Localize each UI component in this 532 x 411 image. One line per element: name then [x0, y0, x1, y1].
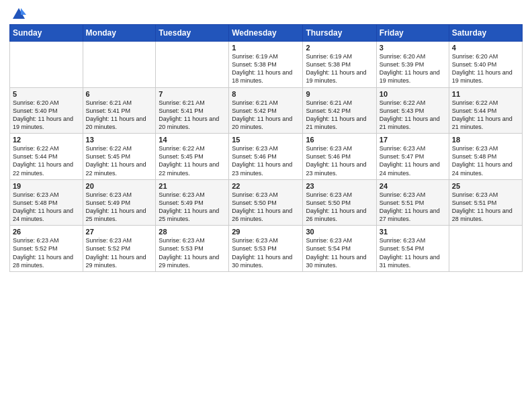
day-number: 20 — [86, 182, 153, 190]
day-info: Sunrise: 6:23 AM Sunset: 5:51 PM Dayligh… — [380, 191, 446, 224]
page: SundayMondayTuesdayWednesdayThursdayFrid… — [0, 0, 532, 411]
day-number: 5 — [13, 90, 80, 98]
calendar-cell — [83, 42, 156, 88]
calendar-cell: 26Sunrise: 6:23 AM Sunset: 5:52 PM Dayli… — [10, 226, 83, 272]
day-number: 30 — [306, 228, 373, 236]
day-info: Sunrise: 6:23 AM Sunset: 5:54 PM Dayligh… — [306, 236, 373, 269]
day-number: 11 — [452, 90, 519, 98]
day-number: 23 — [306, 182, 373, 190]
calendar-cell: 27Sunrise: 6:23 AM Sunset: 5:52 PM Dayli… — [83, 226, 156, 272]
calendar-cell — [10, 42, 83, 88]
day-info: Sunrise: 6:22 AM Sunset: 5:43 PM Dayligh… — [380, 99, 446, 132]
calendar-cell: 2Sunrise: 6:19 AM Sunset: 5:38 PM Daylig… — [303, 42, 376, 88]
day-number: 21 — [159, 182, 226, 190]
day-number: 16 — [306, 136, 373, 144]
calendar-cell: 17Sunrise: 6:23 AM Sunset: 5:47 PM Dayli… — [376, 134, 449, 180]
day-number: 26 — [13, 228, 80, 236]
calendar-cell — [449, 226, 522, 272]
calendar-cell: 13Sunrise: 6:22 AM Sunset: 5:45 PM Dayli… — [83, 134, 156, 180]
day-number: 29 — [232, 228, 300, 236]
day-number: 28 — [159, 228, 226, 236]
day-info: Sunrise: 6:22 AM Sunset: 5:44 PM Dayligh… — [13, 144, 80, 177]
day-number: 24 — [380, 182, 446, 190]
day-number: 3 — [380, 44, 446, 52]
day-number: 4 — [452, 44, 519, 52]
svg-marker-1 — [21, 8, 26, 15]
day-number: 14 — [159, 136, 226, 144]
weekday-header-thursday: Thursday — [303, 25, 376, 42]
day-info: Sunrise: 6:21 AM Sunset: 5:41 PM Dayligh… — [86, 99, 153, 132]
day-number: 19 — [13, 182, 80, 190]
day-info: Sunrise: 6:23 AM Sunset: 5:54 PM Dayligh… — [380, 236, 446, 269]
calendar-cell: 29Sunrise: 6:23 AM Sunset: 5:53 PM Dayli… — [229, 226, 303, 272]
calendar-cell: 11Sunrise: 6:22 AM Sunset: 5:44 PM Dayli… — [449, 87, 522, 134]
calendar-cell: 3Sunrise: 6:20 AM Sunset: 5:39 PM Daylig… — [376, 42, 449, 88]
logo-icon — [11, 7, 26, 21]
week-row-3: 19Sunrise: 6:23 AM Sunset: 5:48 PM Dayli… — [10, 179, 523, 226]
weekday-header-tuesday: Tuesday — [156, 25, 229, 42]
header — [9, 7, 523, 20]
day-number: 15 — [232, 136, 300, 144]
calendar-cell: 5Sunrise: 6:20 AM Sunset: 5:40 PM Daylig… — [10, 87, 83, 134]
day-info: Sunrise: 6:20 AM Sunset: 5:40 PM Dayligh… — [13, 99, 80, 132]
day-number: 13 — [86, 136, 153, 144]
day-number: 18 — [452, 136, 519, 144]
day-info: Sunrise: 6:22 AM Sunset: 5:45 PM Dayligh… — [86, 144, 153, 177]
calendar-cell: 30Sunrise: 6:23 AM Sunset: 5:54 PM Dayli… — [303, 226, 376, 272]
day-info: Sunrise: 6:23 AM Sunset: 5:46 PM Dayligh… — [306, 144, 373, 177]
calendar-cell: 22Sunrise: 6:23 AM Sunset: 5:50 PM Dayli… — [229, 179, 303, 226]
day-number: 2 — [306, 44, 373, 52]
calendar-cell: 14Sunrise: 6:22 AM Sunset: 5:45 PM Dayli… — [156, 134, 229, 180]
week-row-2: 12Sunrise: 6:22 AM Sunset: 5:44 PM Dayli… — [10, 134, 523, 180]
weekday-header-saturday: Saturday — [449, 25, 522, 42]
calendar-cell: 16Sunrise: 6:23 AM Sunset: 5:46 PM Dayli… — [303, 134, 376, 180]
calendar-cell: 15Sunrise: 6:23 AM Sunset: 5:46 PM Dayli… — [229, 134, 303, 180]
calendar-cell: 19Sunrise: 6:23 AM Sunset: 5:48 PM Dayli… — [10, 179, 83, 226]
day-info: Sunrise: 6:23 AM Sunset: 5:47 PM Dayligh… — [380, 144, 446, 177]
day-info: Sunrise: 6:23 AM Sunset: 5:53 PM Dayligh… — [232, 236, 300, 269]
calendar-header: SundayMondayTuesdayWednesdayThursdayFrid… — [10, 25, 523, 42]
day-number: 31 — [380, 228, 446, 236]
day-number: 6 — [86, 90, 153, 98]
weekday-header-row: SundayMondayTuesdayWednesdayThursdayFrid… — [10, 25, 523, 42]
calendar-cell: 9Sunrise: 6:21 AM Sunset: 5:42 PM Daylig… — [303, 87, 376, 134]
day-info: Sunrise: 6:19 AM Sunset: 5:38 PM Dayligh… — [306, 52, 373, 85]
day-info: Sunrise: 6:23 AM Sunset: 5:50 PM Dayligh… — [232, 191, 300, 224]
calendar-cell: 21Sunrise: 6:23 AM Sunset: 5:49 PM Dayli… — [156, 179, 229, 226]
day-info: Sunrise: 6:23 AM Sunset: 5:53 PM Dayligh… — [159, 236, 226, 269]
calendar-cell — [156, 42, 229, 88]
weekday-header-friday: Friday — [376, 25, 449, 42]
day-info: Sunrise: 6:23 AM Sunset: 5:52 PM Dayligh… — [86, 236, 153, 269]
day-info: Sunrise: 6:21 AM Sunset: 5:42 PM Dayligh… — [306, 99, 373, 132]
day-info: Sunrise: 6:20 AM Sunset: 5:40 PM Dayligh… — [452, 52, 519, 85]
calendar-cell: 4Sunrise: 6:20 AM Sunset: 5:40 PM Daylig… — [449, 42, 522, 88]
calendar-cell: 6Sunrise: 6:21 AM Sunset: 5:41 PM Daylig… — [83, 87, 156, 134]
calendar-cell: 10Sunrise: 6:22 AM Sunset: 5:43 PM Dayli… — [376, 87, 449, 134]
calendar-cell: 12Sunrise: 6:22 AM Sunset: 5:44 PM Dayli… — [10, 134, 83, 180]
day-info: Sunrise: 6:23 AM Sunset: 5:48 PM Dayligh… — [452, 144, 519, 177]
day-number: 25 — [452, 182, 519, 190]
day-info: Sunrise: 6:23 AM Sunset: 5:50 PM Dayligh… — [306, 191, 373, 224]
day-number: 27 — [86, 228, 153, 236]
day-number: 1 — [232, 44, 300, 52]
calendar-cell: 28Sunrise: 6:23 AM Sunset: 5:53 PM Dayli… — [156, 226, 229, 272]
weekday-header-sunday: Sunday — [10, 25, 83, 42]
week-row-4: 26Sunrise: 6:23 AM Sunset: 5:52 PM Dayli… — [10, 226, 523, 272]
day-info: Sunrise: 6:22 AM Sunset: 5:44 PM Dayligh… — [452, 99, 519, 132]
day-number: 9 — [306, 90, 373, 98]
calendar-cell: 7Sunrise: 6:21 AM Sunset: 5:41 PM Daylig… — [156, 87, 229, 134]
weekday-header-wednesday: Wednesday — [229, 25, 303, 42]
day-info: Sunrise: 6:22 AM Sunset: 5:45 PM Dayligh… — [159, 144, 226, 177]
week-row-1: 5Sunrise: 6:20 AM Sunset: 5:40 PM Daylig… — [10, 87, 523, 134]
day-number: 10 — [380, 90, 446, 98]
calendar-cell: 20Sunrise: 6:23 AM Sunset: 5:49 PM Dayli… — [83, 179, 156, 226]
day-number: 22 — [232, 182, 300, 190]
calendar-cell: 24Sunrise: 6:23 AM Sunset: 5:51 PM Dayli… — [376, 179, 449, 226]
calendar-cell: 18Sunrise: 6:23 AM Sunset: 5:48 PM Dayli… — [449, 134, 522, 180]
day-number: 17 — [380, 136, 446, 144]
calendar-cell: 25Sunrise: 6:23 AM Sunset: 5:51 PM Dayli… — [449, 179, 522, 226]
day-number: 7 — [159, 90, 226, 98]
calendar-cell: 31Sunrise: 6:23 AM Sunset: 5:54 PM Dayli… — [376, 226, 449, 272]
week-row-0: 1Sunrise: 6:19 AM Sunset: 5:38 PM Daylig… — [10, 42, 523, 88]
day-info: Sunrise: 6:21 AM Sunset: 5:42 PM Dayligh… — [232, 99, 300, 132]
